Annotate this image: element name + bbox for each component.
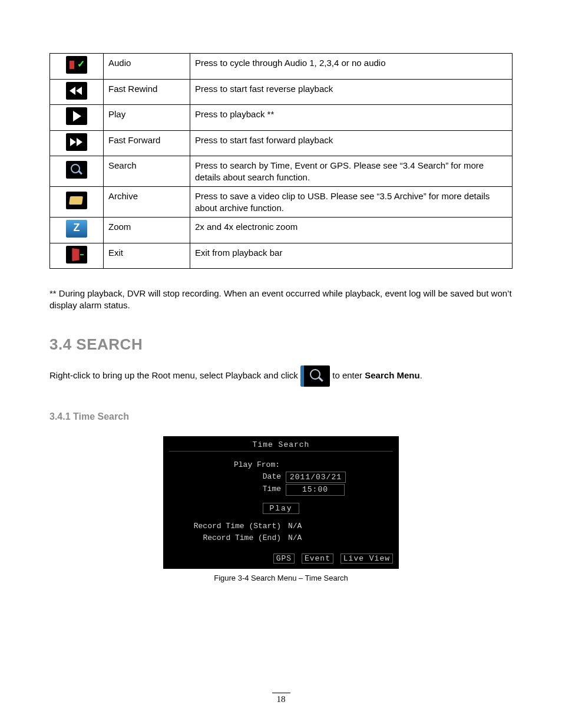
archive-icon: [66, 192, 87, 209]
exit-icon: [66, 246, 87, 263]
row-desc: Press to playback **: [190, 105, 513, 131]
osd-playfrom: Play From:: [169, 460, 351, 470]
row-name: Fast Rewind: [104, 79, 190, 105]
row-name: Zoom: [104, 218, 190, 243]
text: Right-click to bring up the Root menu, s…: [49, 370, 300, 380]
osd-rec-start-value: N/A: [286, 521, 302, 532]
osd-rec-start-label: Record Time (Start): [169, 521, 286, 532]
osd-time-value: 15:00: [286, 484, 345, 496]
osd-play-button: Play: [263, 503, 299, 515]
figure-caption: Figure 3-4 Search Menu – Time Search: [163, 574, 399, 582]
zoom-icon: [66, 220, 87, 238]
table-row: Search Press to search by Time, Event or…: [50, 156, 513, 187]
osd-rec-end-value: N/A: [286, 533, 302, 543]
osd-rec-end-label: Record Time (End): [169, 533, 286, 543]
osd-date-value: 2011/03/21: [286, 472, 346, 483]
text: to enter: [332, 370, 365, 380]
osd-foot-liveview: Live View: [340, 554, 393, 564]
table-row: Fast Forward Press to start fast forward…: [50, 130, 513, 156]
row-name: Fast Forward: [104, 130, 190, 156]
playback-note: ** During playback, DVR will stop record…: [49, 288, 513, 312]
row-name: Audio: [104, 54, 190, 80]
search-intro-paragraph: Right-click to bring up the Root menu, s…: [49, 365, 513, 387]
table-row: Exit Exit from playback bar: [50, 243, 513, 269]
text: .: [420, 370, 422, 380]
osd-date-label: Date: [169, 472, 286, 483]
section-heading-search: 3.4 SEARCH: [49, 335, 513, 354]
page-number: 18: [0, 694, 562, 704]
table-row: Audio Press to cycle through Audio 1, 2,…: [50, 54, 513, 80]
row-name: Play: [104, 105, 190, 131]
text-bold: Search Menu: [365, 370, 419, 380]
search-icon: [66, 161, 87, 179]
row-name: Exit: [104, 243, 190, 269]
row-name: Search: [104, 156, 190, 187]
table-row: Zoom 2x and 4x electronic zoom: [50, 218, 513, 243]
time-search-osd: Time Search Play From: Date 2011/03/21 T…: [163, 436, 399, 569]
osd-foot-gps: GPS: [273, 554, 295, 564]
osd-time-label: Time: [169, 484, 286, 496]
table-row: Play Press to playback **: [50, 105, 513, 131]
playback-icons-table: Audio Press to cycle through Audio 1, 2,…: [49, 53, 513, 269]
row-desc: Press to start fast reverse playback: [190, 79, 513, 105]
table-row: Archive Press to save a video clip to US…: [50, 187, 513, 218]
row-desc: Press to start fast forward playback: [190, 130, 513, 156]
play-icon: [66, 107, 87, 125]
row-desc: Press to cycle through Audio 1, 2,3,4 or…: [190, 54, 513, 80]
osd-foot-event: Event: [302, 554, 333, 564]
subsection-heading-time-search: 3.4.1 Time Search: [49, 411, 513, 422]
row-desc: Exit from playback bar: [190, 243, 513, 269]
audio-icon: [66, 56, 87, 74]
fast-rewind-icon: [66, 82, 87, 100]
row-desc: Press to save a video clip to USB. Pleas…: [190, 187, 513, 218]
row-desc: 2x and 4x electronic zoom: [190, 218, 513, 243]
row-name: Archive: [104, 187, 190, 218]
osd-title: Time Search: [169, 440, 393, 452]
row-desc: Press to search by Time, Event or GPS. P…: [190, 156, 513, 187]
table-row: Fast Rewind Press to start fast reverse …: [50, 79, 513, 105]
fast-forward-icon: [66, 133, 87, 151]
search-icon: [300, 365, 330, 387]
